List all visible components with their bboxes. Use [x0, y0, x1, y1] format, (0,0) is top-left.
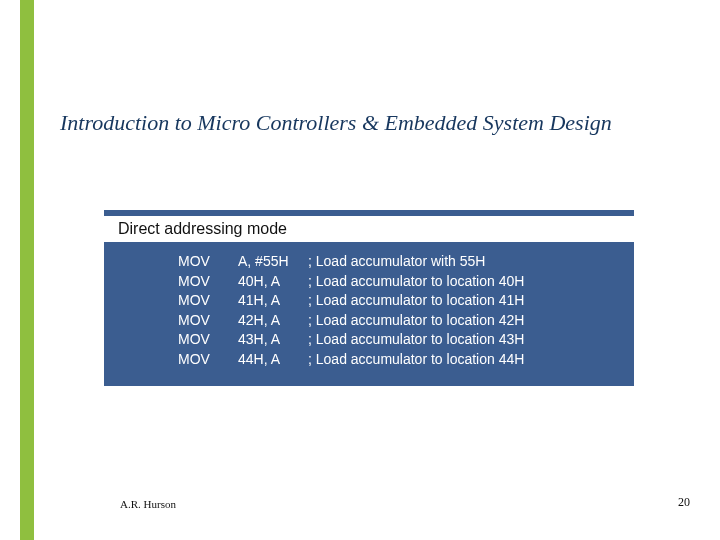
comment-cell: ; Load accumulator with 55H	[308, 252, 534, 272]
args-cell: 42H, A	[238, 311, 308, 331]
table-row: MOV41H, A; Load accumulator to location …	[178, 291, 534, 311]
table-row: MOV42H, A; Load accumulator to location …	[178, 311, 534, 331]
table-row: MOV43H, A; Load accumulator to location …	[178, 330, 534, 350]
opcode-cell: MOV	[178, 311, 238, 331]
args-cell: 43H, A	[238, 330, 308, 350]
opcode-cell: MOV	[178, 291, 238, 311]
slide: Introduction to Micro Controllers & Embe…	[0, 0, 720, 540]
code-table: MOVA, #55H; Load accumulator with 55HMOV…	[178, 252, 534, 370]
accent-bar	[20, 0, 34, 540]
comment-cell: ; Load accumulator to location 41H	[308, 291, 534, 311]
comment-cell: ; Load accumulator to location 40H	[308, 272, 534, 292]
table-row: MOVA, #55H; Load accumulator with 55H	[178, 252, 534, 272]
args-cell: 41H, A	[238, 291, 308, 311]
args-cell: A, #55H	[238, 252, 308, 272]
footer-page-number: 20	[678, 495, 690, 510]
footer-author: A.R. Hurson	[120, 498, 176, 510]
table-row: MOV44H, A; Load accumulator to location …	[178, 350, 534, 370]
box-header: Direct addressing mode	[104, 216, 634, 242]
opcode-cell: MOV	[178, 272, 238, 292]
table-row: MOV40H, A; Load accumulator to location …	[178, 272, 534, 292]
comment-cell: ; Load accumulator to location 43H	[308, 330, 534, 350]
comment-cell: ; Load accumulator to location 42H	[308, 311, 534, 331]
opcode-cell: MOV	[178, 252, 238, 272]
args-cell: 44H, A	[238, 350, 308, 370]
page-title: Introduction to Micro Controllers & Embe…	[60, 110, 612, 136]
comment-cell: ; Load accumulator to location 44H	[308, 350, 534, 370]
opcode-cell: MOV	[178, 330, 238, 350]
args-cell: 40H, A	[238, 272, 308, 292]
code-box: Direct addressing mode MOVA, #55H; Load …	[104, 210, 634, 386]
opcode-cell: MOV	[178, 350, 238, 370]
